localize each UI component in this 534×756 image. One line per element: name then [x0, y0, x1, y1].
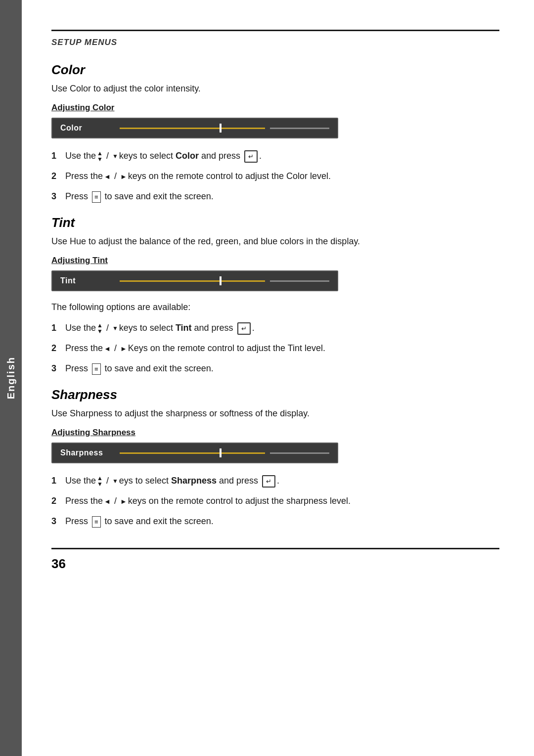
down-icon: ▼ [112, 153, 118, 159]
sharpness-slider-right [270, 452, 329, 454]
sharpness-step-2: 2 Press the◄ / ►keys on the remote contr… [51, 494, 499, 508]
tint-slider-label: Tint [60, 276, 115, 285]
sharpness-title: Sharpness [51, 387, 499, 402]
sharpness-desc: Use Sharpness to adjust the sharpness or… [51, 408, 499, 419]
setup-menus-label: Setup Menus [51, 38, 117, 47]
header-section: Setup Menus [51, 30, 499, 47]
color-title: Color [51, 62, 499, 78]
tint-slider: Tint [51, 270, 338, 291]
sharpness-adjusting-label: Adjusting Sharpness [51, 428, 499, 438]
sharpness-slider-track [120, 452, 265, 454]
up-down-icon-tint: ▲▼ [97, 322, 103, 334]
color-step-3: 3 Press ≡ to save and exit the screen. [51, 190, 499, 203]
enter-icon: ↵ [244, 150, 258, 163]
tint-step-3: 3 Press ≡ to save and exit the screen. [51, 362, 499, 375]
tint-section: Tint Use Hue to adjust the balance of th… [51, 215, 499, 375]
sharpness-slider-thumb [220, 448, 222, 457]
tint-extra-text: The following options are available: [51, 302, 499, 312]
sharpness-slider: Sharpness [51, 443, 338, 463]
color-step-1: 1 Use the▲▼ / ▼keys to select Color and … [51, 149, 499, 163]
enter-icon-tint: ↵ [237, 322, 251, 335]
up-down-icon: ▲▼ [97, 150, 103, 162]
bottom-bar: 36 [51, 548, 499, 572]
up-down-icon-sharp: ▲▼ [97, 475, 103, 487]
left-icon: ◄ [104, 172, 111, 182]
color-slider-track [120, 128, 265, 129]
sharpness-section: Sharpness Use Sharpness to adjust the sh… [51, 387, 499, 528]
color-slider-right [270, 128, 329, 129]
sidebar-label: English [5, 356, 17, 399]
right-icon-tint: ► [120, 344, 127, 354]
tint-slider-track [120, 280, 265, 282]
left-icon-tint: ◄ [104, 344, 111, 354]
tint-slider-right [270, 280, 329, 282]
tint-title: Tint [51, 215, 499, 230]
right-icon-sharp: ► [120, 496, 127, 507]
sharpness-step-1: 1 Use the▲▼ / ▼eys to select Sharpness a… [51, 474, 499, 488]
sharpness-step-3: 3 Press ≡ to save and exit the screen. [51, 515, 499, 528]
menu-icon: ≡ [92, 191, 101, 203]
down-icon-sharp: ▼ [112, 478, 118, 484]
main-content: Setup Menus Color Use Color to adjust th… [22, 0, 534, 601]
menu-icon-sharp: ≡ [92, 516, 101, 528]
color-desc: Use Color to adjust the color intensity. [51, 84, 499, 94]
color-slider-thumb [220, 124, 222, 133]
down-icon-tint: ▼ [112, 325, 118, 331]
left-icon-sharp: ◄ [104, 496, 111, 507]
right-icon: ► [120, 172, 127, 182]
page: English Setup Menus Color Use Color to a… [0, 0, 534, 756]
tint-steps: 1 Use the▲▼ / ▼keys to select Tint and p… [51, 321, 499, 375]
color-step-2: 2 Press the◄ / ►keys on the remote contr… [51, 170, 499, 183]
sharpness-slider-label: Sharpness [60, 448, 115, 457]
tint-slider-thumb [220, 276, 222, 285]
tint-adjusting-label: Adjusting Tint [51, 256, 499, 266]
tint-step-2: 2 Press the◄ / ►Keys on the remote contr… [51, 342, 499, 355]
color-steps: 1 Use the▲▼ / ▼keys to select Color and … [51, 149, 499, 203]
sharpness-steps: 1 Use the▲▼ / ▼eys to select Sharpness a… [51, 474, 499, 528]
color-slider: Color [51, 118, 338, 138]
tint-step-1: 1 Use the▲▼ / ▼keys to select Tint and p… [51, 321, 499, 335]
color-adjusting-label: Adjusting Color [51, 103, 499, 113]
color-slider-label: Color [60, 124, 115, 133]
enter-icon-sharp: ↵ [262, 475, 275, 488]
tint-desc: Use Hue to adjust the balance of the red… [51, 236, 499, 247]
page-number: 36 [51, 556, 66, 572]
color-section: Color Use Color to adjust the color inte… [51, 62, 499, 203]
sidebar: English [0, 0, 22, 756]
menu-icon-tint: ≡ [92, 363, 101, 375]
